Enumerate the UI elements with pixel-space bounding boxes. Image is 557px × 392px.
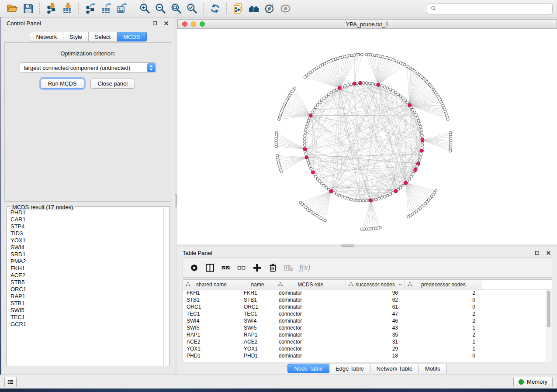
mcds-result-scrollbar[interactable] (163, 207, 170, 366)
task-history-button[interactable] (4, 377, 17, 387)
select-all-button[interactable] (219, 260, 232, 275)
export-image-button[interactable] (114, 2, 129, 16)
table-cell[interactable]: 43 (346, 325, 405, 331)
hide-details-button[interactable] (262, 2, 277, 16)
float-table-panel-button[interactable] (533, 249, 540, 256)
table-cell[interactable]: connector (275, 346, 346, 352)
table-cell[interactable]: ACE2 (240, 339, 275, 345)
mcds-result-item[interactable]: ORC1 (7, 286, 163, 293)
table-cell[interactable]: SWI5 (183, 325, 240, 331)
mcds-result-item[interactable]: YOX1 (7, 237, 163, 244)
close-panel-button[interactable] (163, 20, 170, 27)
table-cell[interactable]: FKH1 (183, 290, 240, 296)
mcds-result-item[interactable]: GCR1 (7, 321, 163, 328)
table-cell[interactable]: FKH1 (240, 290, 275, 296)
tab-select[interactable]: Select (89, 32, 117, 41)
table-cell[interactable]: dominator (275, 290, 346, 296)
table-cell[interactable]: connector (275, 325, 346, 331)
zoom-fit-button[interactable] (168, 2, 184, 16)
table-cell[interactable]: 1 (405, 346, 482, 352)
table-cell[interactable]: RAP1 (183, 332, 240, 338)
table-cell[interactable]: TEC1 (240, 311, 275, 317)
mcds-result-item[interactable]: SWI5 (7, 307, 163, 314)
table-cell[interactable]: connector (275, 339, 346, 345)
import-network-button[interactable] (43, 2, 59, 16)
table-cell[interactable]: YOX1 (183, 346, 240, 352)
tab-network[interactable]: Network (29, 32, 63, 41)
table-row[interactable]: TEC1TEC1connector472 (183, 310, 552, 317)
table-cell[interactable]: ORC1 (183, 304, 240, 310)
table-cell[interactable]: STB1 (183, 297, 240, 303)
import-table-button[interactable] (59, 2, 75, 16)
search-field[interactable] (427, 3, 553, 14)
column-header-successor-nodes[interactable]: successor nodes (346, 280, 405, 289)
table-cell[interactable]: dominator (275, 304, 346, 310)
add-button[interactable] (250, 260, 264, 275)
table-cell[interactable]: 0 (405, 353, 482, 359)
mcds-result-item[interactable]: PMA2 (7, 258, 163, 265)
dock-tab-edge-table[interactable]: Edge Table (329, 364, 370, 373)
table-row[interactable]: RAP1RAP1dominator352 (183, 331, 552, 338)
zoom-out-button[interactable] (152, 2, 168, 16)
column-header-predecessor-nodes[interactable]: predecessor nodes (405, 280, 482, 289)
mcds-result-item[interactable]: STB5 (7, 279, 163, 286)
network-canvas[interactable] (177, 29, 557, 244)
table-row[interactable]: STB1STB1dominator620 (183, 296, 552, 303)
unselect-all-button[interactable] (235, 260, 248, 275)
mcds-result-item[interactable]: STP4 (7, 223, 163, 230)
mcds-result-item[interactable]: FKH1 (7, 265, 163, 272)
mcds-result-item[interactable]: TEC1 (7, 314, 163, 321)
clone-network-button[interactable] (230, 2, 246, 16)
dock-tab-network-table[interactable]: Network Table (370, 364, 419, 373)
table-row[interactable]: SWI4SWI4dominator462 (183, 317, 552, 324)
close-table-panel-button[interactable] (545, 249, 552, 256)
table-cell[interactable]: 29 (346, 346, 405, 352)
table-cell[interactable]: 1 (405, 339, 482, 345)
close-mcds-panel-button[interactable]: Close panel (90, 79, 135, 89)
table-row[interactable]: FKH1FKH1dominator962 (183, 289, 552, 296)
tab-style[interactable]: Style (63, 32, 89, 41)
search-input[interactable] (437, 5, 549, 12)
table-cell[interactable]: 2 (405, 332, 482, 338)
optimization-criterion-select[interactable]: largest connected component (undirected) (20, 62, 156, 73)
table-cell[interactable]: 47 (346, 311, 405, 317)
columns-button[interactable] (203, 260, 217, 275)
export-network-button[interactable] (82, 2, 98, 16)
table-cell[interactable]: SWI4 (240, 318, 275, 324)
table-cell[interactable]: 62 (346, 297, 405, 303)
table-cell[interactable]: PHD1 (183, 353, 240, 359)
table-cell[interactable]: PHD1 (240, 353, 275, 359)
mcds-result-item[interactable]: TID3 (7, 230, 163, 237)
table-scrollbar[interactable] (546, 289, 552, 362)
table-cell[interactable]: dominator (275, 353, 346, 359)
table-cell[interactable]: 0 (405, 304, 482, 310)
table-row[interactable]: ORC1ORC1dominator610 (183, 303, 552, 310)
mcds-result-item[interactable]: ACE2 (7, 272, 163, 279)
float-panel-button[interactable] (151, 20, 158, 27)
table-cell[interactable]: ORC1 (240, 304, 275, 310)
trash-button[interactable] (266, 260, 280, 275)
open-session-button[interactable] (4, 2, 20, 16)
apply-layout-button[interactable] (207, 2, 223, 16)
table-cell[interactable]: dominator (275, 297, 346, 303)
mcds-result-item[interactable]: RAP1 (7, 293, 163, 300)
column-header-MCDS-role[interactable]: MCDS role (275, 280, 346, 289)
table-cell[interactable]: connector (275, 311, 346, 317)
table-cell[interactable]: 1 (405, 325, 482, 331)
mcds-result-item[interactable]: SWI4 (7, 244, 163, 251)
table-cell[interactable]: 2 (405, 311, 482, 317)
table-row[interactable]: ACE2ACE2connector311 (183, 338, 552, 345)
table-cell[interactable]: dominator (275, 332, 346, 338)
table-cell[interactable]: dominator (275, 318, 346, 324)
horizontal-splitter-handle[interactable] (341, 244, 354, 247)
table-row[interactable]: SWI5SWI5connector431 (183, 324, 552, 331)
save-session-button[interactable] (20, 2, 36, 16)
table-cell[interactable]: 2 (405, 318, 482, 324)
table-cell[interactable]: 2 (405, 290, 482, 296)
export-table-button[interactable] (98, 2, 114, 16)
mcds-result-item[interactable]: CAR1 (7, 216, 163, 223)
table-cell[interactable]: 18 (346, 353, 405, 359)
table-cell[interactable]: SWI5 (240, 325, 275, 331)
run-mcds-button[interactable]: Run MCDS (41, 79, 84, 89)
table-row[interactable]: YOX1YOX1connector291 (183, 345, 552, 352)
